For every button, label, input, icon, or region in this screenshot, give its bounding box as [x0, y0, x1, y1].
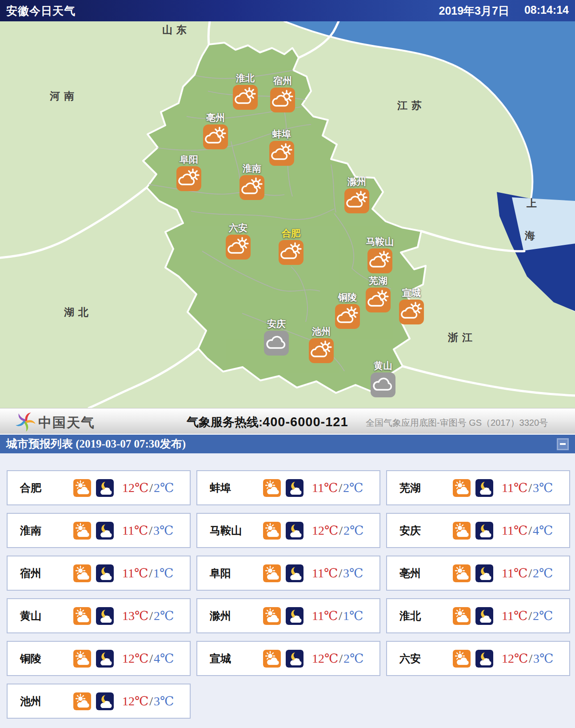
map-city-marker: 黄山 [356, 361, 410, 397]
partly-cloudy-icon [344, 188, 369, 213]
temp-separator: / [527, 609, 533, 623]
forecast-city-name: 马鞍山 [210, 524, 263, 538]
temp-separator: / [148, 481, 154, 495]
low-temp: 2℃ [154, 481, 174, 495]
high-temp: 12℃ [312, 524, 338, 537]
map-region-label: 河南 [50, 89, 78, 103]
day-weather-icon [73, 650, 91, 668]
night-weather-icon [475, 522, 493, 540]
temp-separator: / [338, 566, 343, 580]
cloudy-icon [371, 372, 395, 397]
minimize-button[interactable] [557, 438, 569, 450]
map-city-marker: 马鞍山 [353, 237, 407, 273]
forecast-city-name: 黄山 [20, 609, 73, 623]
map-region-label: 浙江 [448, 331, 476, 344]
temperature-range: 11℃/2℃ [312, 480, 363, 495]
partly-cloudy-icon [309, 338, 334, 363]
day-weather-icon [73, 522, 91, 540]
forecast-list-header: 城市预报列表 (2019-03-07 07:30发布) [0, 434, 575, 453]
day-weather-icon [73, 607, 91, 625]
forecast-city-name: 阜阳 [210, 566, 263, 580]
day-weather-icon [453, 564, 471, 582]
map-city-marker: 淮南 [225, 164, 279, 200]
partly-cloudy-icon [367, 248, 392, 273]
map-region-label: 上 [527, 196, 541, 210]
datetime: 2019年3月7日 08:14:14 [439, 4, 569, 18]
forecast-card: 蚌埠 11℃/2℃ [196, 470, 380, 505]
low-temp: 4℃ [154, 652, 174, 665]
hotline-label: 气象服务热线: [187, 416, 263, 429]
high-temp: 12℃ [502, 652, 528, 665]
temperature-range: 11℃/3℃ [122, 523, 173, 538]
night-weather-icon [96, 564, 114, 582]
temp-separator: / [527, 566, 533, 580]
map-region-label: 江苏 [397, 99, 426, 112]
day-weather-icon [263, 522, 281, 540]
temp-separator: / [338, 481, 343, 495]
temperature-range: 11℃/2℃ [502, 566, 553, 580]
forecast-city-name: 合肥 [20, 481, 73, 495]
map-license-text: 全国气象应用底图-审图号 GS（2017）3320号 [366, 417, 548, 429]
low-temp: 3℃ [154, 694, 174, 708]
low-temp: 2℃ [533, 609, 553, 623]
day-weather-icon [73, 479, 91, 497]
high-temp: 11℃ [502, 609, 527, 623]
high-temp: 12℃ [122, 652, 148, 665]
low-temp: 2℃ [343, 652, 363, 665]
map-city-marker: 合肥 [264, 228, 318, 265]
map-city-label: 池州 [312, 327, 331, 336]
map-region-label: 山东 [162, 23, 191, 37]
day-weather-icon [453, 650, 471, 668]
partly-cloudy-icon [203, 124, 228, 149]
temperature-range: 12℃/3℃ [502, 651, 553, 666]
current-time: 08:14:14 [524, 4, 569, 18]
day-weather-icon [453, 522, 471, 540]
partly-cloudy-icon [399, 300, 424, 324]
high-temp: 11℃ [312, 481, 338, 495]
night-weather-icon [286, 564, 303, 582]
night-weather-icon [286, 650, 303, 668]
map-city-marker: 宣城 [385, 288, 438, 324]
night-weather-icon [96, 607, 114, 625]
night-weather-icon [96, 650, 114, 668]
high-temp: 11℃ [122, 566, 148, 580]
map-city-marker: 宿州 [256, 76, 309, 112]
temp-separator: / [148, 609, 154, 623]
temperature-range: 12℃/2℃ [122, 480, 174, 495]
night-weather-icon [475, 564, 493, 582]
temperature-range: 12℃/3℃ [122, 694, 174, 708]
map-city-marker: 蚌埠 [255, 129, 308, 166]
forecast-city-name: 池州 [20, 694, 73, 708]
low-temp: 3℃ [343, 566, 363, 580]
map-city-label: 铜陵 [338, 292, 357, 302]
high-temp: 12℃ [122, 694, 148, 708]
temperature-range: 12℃/2℃ [312, 523, 363, 538]
map-city-marker: 亳州 [189, 113, 242, 149]
high-temp: 11℃ [122, 524, 148, 537]
forecast-city-name: 滁州 [210, 609, 263, 623]
temp-separator: / [527, 524, 533, 537]
cloudy-icon [264, 331, 289, 356]
hotline-number: 400-6000-121 [263, 415, 348, 429]
province-weather-map: 山东河南江苏上海湖北浙江 淮北 宿州 亳州 [0, 21, 575, 408]
minus-icon [560, 443, 566, 445]
high-temp: 13℃ [122, 609, 148, 623]
map-city-marker: 铜陵 [321, 292, 374, 329]
low-temp: 4℃ [533, 524, 553, 537]
low-temp: 3℃ [153, 524, 173, 537]
night-weather-icon [96, 692, 114, 710]
low-temp: 2℃ [154, 609, 174, 623]
forecast-city-name: 宣城 [210, 652, 263, 666]
map-city-label: 淮北 [236, 73, 255, 83]
map-city-label: 合肥 [282, 228, 300, 238]
partly-cloudy-icon [240, 175, 264, 200]
night-weather-icon [286, 522, 303, 540]
temp-separator: / [148, 566, 153, 580]
partly-cloudy-icon [335, 304, 360, 329]
map-city-label: 淮南 [243, 164, 261, 173]
forecast-city-name: 亳州 [399, 566, 453, 580]
map-city-label: 马鞍山 [366, 237, 394, 247]
temp-separator: / [527, 481, 533, 495]
forecast-card: 宣城 12℃/2℃ [196, 641, 380, 676]
night-weather-icon [96, 479, 114, 497]
